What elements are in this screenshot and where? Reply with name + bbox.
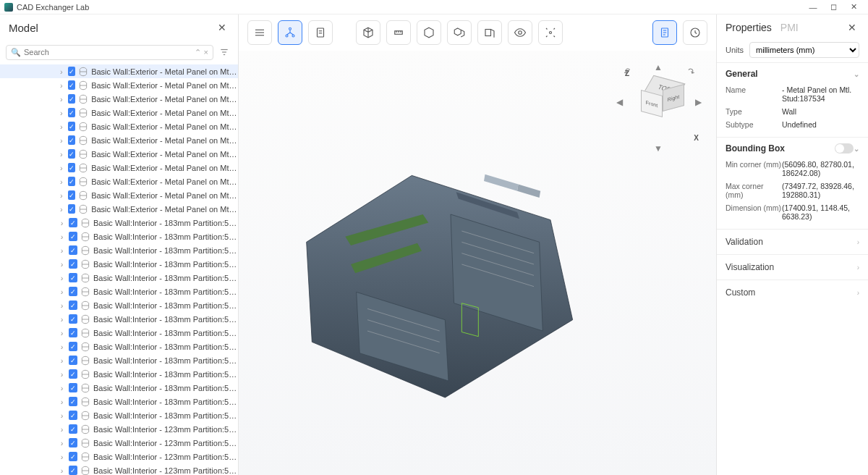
collapse-all-icon[interactable]: ⌃ (195, 48, 201, 57)
chevron-right-icon[interactable]: › (58, 453, 66, 461)
checkbox-icon[interactable]: ✓ (68, 67, 75, 76)
tree-item[interactable]: ›✓Basic Wall:Exterior - Metal Panel on M… (0, 161, 238, 175)
checkbox-icon[interactable]: ✓ (69, 342, 77, 351)
checkbox-icon[interactable]: ✓ (69, 314, 77, 324)
checkbox-icon[interactable]: ✓ (68, 204, 75, 214)
chevron-right-icon[interactable]: › (58, 329, 66, 337)
eye-button[interactable] (508, 20, 532, 45)
viewcube[interactable]: ▲ ▼ ◀ ▶ ↶ ↷ Z X TOP Front Right (619, 62, 699, 142)
chevron-right-icon[interactable]: › (58, 67, 65, 76)
checkbox-icon[interactable]: ✓ (69, 273, 77, 282)
checkbox-icon[interactable]: ✓ (69, 356, 77, 365)
chevron-right-icon[interactable]: › (58, 301, 66, 310)
chevron-right-icon[interactable]: › (58, 411, 66, 420)
chevron-right-icon[interactable]: › (58, 342, 66, 351)
tree-item[interactable]: ›✓Basic Wall:Exterior - Metal Panel on M… (0, 175, 238, 188)
tree-item[interactable]: ›✓Basic Wall:Interior - 123mm Partition:… (0, 422, 238, 436)
checkbox-icon[interactable]: ✓ (68, 190, 75, 200)
checkbox-icon[interactable]: ✓ (68, 177, 75, 186)
checkbox-icon[interactable]: ✓ (68, 108, 75, 117)
menu-button[interactable] (247, 20, 272, 45)
section-button[interactable] (477, 20, 502, 45)
tab-properties[interactable]: Properties (726, 22, 772, 33)
chevron-right-icon[interactable]: › (58, 260, 66, 269)
tree-item[interactable]: ›✓Basic Wall:Interior - 183mm Partition:… (0, 395, 238, 408)
checkbox-icon[interactable]: ✓ (69, 328, 77, 337)
tree-item[interactable]: ›✓Basic Wall:Interior - 183mm Partition:… (0, 243, 238, 257)
chevron-right-icon[interactable]: › (58, 205, 65, 214)
validation-section[interactable]: Validation› (717, 229, 868, 254)
chevron-right-icon[interactable]: › (58, 81, 65, 90)
checkbox-icon[interactable]: ✓ (69, 300, 77, 310)
tree-item[interactable]: ›✓Basic Wall:Interior - 183mm Partition:… (0, 298, 238, 312)
tree-item[interactable]: ›✓Basic Wall:Exterior - Metal Panel on M… (0, 106, 238, 119)
structure-button[interactable] (278, 20, 302, 45)
tree-item[interactable]: ›✓Basic Wall:Exterior - Metal Panel on M… (0, 133, 238, 147)
chevron-right-icon[interactable]: › (58, 122, 65, 131)
checkbox-icon[interactable]: ✓ (68, 94, 75, 104)
view-left-icon[interactable]: ◀ (616, 97, 623, 107)
tab-pmi[interactable]: PMI (780, 22, 799, 33)
checkbox-icon[interactable]: ✓ (68, 135, 75, 145)
chevron-right-icon[interactable]: › (58, 246, 66, 255)
checkbox-icon[interactable]: ✓ (69, 438, 77, 447)
model-tree[interactable]: ›✓Basic Wall:Exterior - Metal Panel on M… (0, 63, 238, 475)
chevron-right-icon[interactable]: › (58, 274, 66, 282)
checkbox-icon[interactable]: ✓ (69, 411, 77, 420)
search-input[interactable] (24, 48, 192, 56)
viewcube-right-face[interactable]: Right (663, 84, 684, 112)
tree-item[interactable]: ›✓Basic Wall:Interior - 183mm Partition:… (0, 326, 238, 340)
tree-item[interactable]: ›✓Basic Wall:Interior - 123mm Partition:… (0, 463, 238, 475)
tree-item[interactable]: ›✓Basic Wall:Interior - 123mm Partition:… (0, 450, 238, 463)
visualization-section[interactable]: Visualization› (717, 254, 868, 279)
checkbox-icon[interactable]: ✓ (68, 80, 75, 90)
checkbox-icon[interactable]: ✓ (68, 149, 75, 159)
tree-item[interactable]: ›✓Basic Wall:Interior - 183mm Partition:… (0, 353, 238, 367)
checkbox-icon[interactable]: ✓ (69, 383, 77, 392)
checkbox-icon[interactable]: ✓ (69, 369, 77, 379)
view-up-icon[interactable]: ▲ (654, 62, 663, 72)
multibox-button[interactable] (447, 20, 472, 45)
view-down-icon[interactable]: ▼ (654, 143, 663, 154)
chevron-right-icon[interactable]: › (58, 95, 65, 104)
tree-item[interactable]: ›✓Basic Wall:Exterior - Metal Panel on M… (0, 78, 238, 92)
chevron-right-icon[interactable]: › (58, 219, 66, 227)
checkbox-icon[interactable]: ✓ (69, 218, 77, 227)
chevron-right-icon[interactable]: › (58, 425, 66, 434)
tree-item[interactable]: ›✓Basic Wall:Exterior - Metal Panel on M… (0, 64, 238, 78)
chevron-right-icon[interactable]: › (58, 439, 66, 447)
tree-item[interactable]: ›✓Basic Wall:Interior - 183mm Partition:… (0, 271, 238, 285)
info-button[interactable] (652, 20, 677, 45)
chevron-right-icon[interactable]: › (58, 164, 65, 172)
search-box[interactable]: 🔍 ⌃ × (6, 45, 213, 60)
tree-item[interactable]: ›✓Basic Wall:Interior - 183mm Partition:… (0, 381, 238, 395)
checkbox-icon[interactable]: ✓ (69, 287, 77, 296)
measure-button[interactable] (386, 20, 411, 45)
checkbox-icon[interactable]: ✓ (69, 259, 77, 269)
checkbox-icon[interactable]: ✓ (68, 122, 75, 131)
tree-item[interactable]: ›✓Basic Wall:Interior - 183mm Partition:… (0, 340, 238, 353)
chevron-right-icon[interactable]: › (58, 356, 66, 365)
close-properties-button[interactable]: ✕ (845, 20, 859, 35)
view-rotate-right-icon[interactable]: ↷ (685, 65, 697, 77)
tree-item[interactable]: ›✓Basic Wall:Interior - 123mm Partition:… (0, 436, 238, 450)
chevron-right-icon[interactable]: › (58, 398, 66, 406)
chevron-down-icon[interactable]: ⌄ (854, 145, 859, 153)
checkbox-icon[interactable]: ✓ (68, 163, 75, 172)
tree-item[interactable]: ›✓Basic Wall:Interior - 183mm Partition:… (0, 367, 238, 381)
checkbox-icon[interactable]: ✓ (69, 452, 77, 461)
chevron-right-icon[interactable]: › (58, 287, 66, 296)
checkbox-icon[interactable]: ✓ (69, 245, 77, 255)
box-button[interactable] (417, 20, 441, 45)
window-maximize-button[interactable]: ◻ (823, 2, 843, 12)
chevron-right-icon[interactable]: › (58, 466, 66, 475)
chevron-right-icon[interactable]: › (58, 177, 65, 186)
tree-item[interactable]: ›✓Basic Wall:Exterior - Metal Panel on M… (0, 119, 238, 133)
tree-item[interactable]: ›✓Basic Wall:Interior - 183mm Partition:… (0, 230, 238, 243)
tree-item[interactable]: ›✓Basic Wall:Exterior - Metal Panel on M… (0, 147, 238, 161)
checkbox-icon[interactable]: ✓ (69, 397, 77, 406)
checkbox-icon[interactable]: ✓ (69, 466, 77, 475)
tree-item[interactable]: ›✓Basic Wall:Interior - 183mm Partition:… (0, 312, 238, 326)
chevron-right-icon[interactable]: › (58, 232, 66, 241)
cube-button[interactable] (356, 20, 380, 45)
